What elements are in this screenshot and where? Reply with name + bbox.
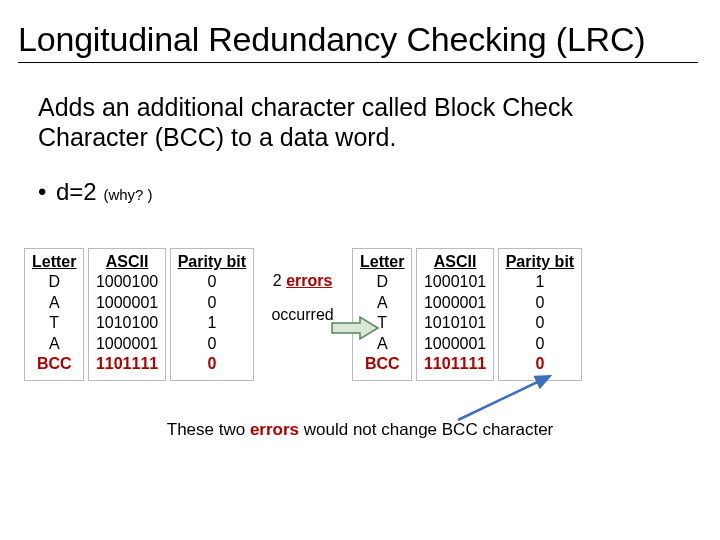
description-text: Adds an additional character called Bloc…: [38, 92, 678, 152]
col-header: ASCII: [96, 252, 158, 272]
footer-pre: These two: [167, 420, 250, 439]
col-header: ASCII: [424, 252, 486, 272]
table-cell: 1000001: [96, 334, 158, 354]
errors-count: 2 errors: [258, 272, 348, 290]
bullet-d-equals-2: •d=2 (why? ): [38, 178, 153, 207]
table-cell: 1000001: [96, 293, 158, 313]
table-cell: D: [360, 272, 404, 292]
left-table: Letter D A T A BCC ASCII 1000100 1000001…: [24, 248, 253, 381]
bcc-cell: 1101111: [96, 354, 158, 374]
table-cell: T: [32, 313, 76, 333]
table-cell: A: [360, 293, 404, 313]
bullet-dot: •: [38, 178, 56, 207]
table-cell: 1000101: [424, 272, 486, 292]
table-cell: 1010101: [424, 313, 486, 333]
left-col-ascii: ASCII 1000100 1000001 1010100 1000001 11…: [88, 248, 166, 381]
table-cell: 0: [178, 293, 246, 313]
table-cell: 1: [506, 272, 574, 292]
table-cell: A: [32, 293, 76, 313]
table-cell: T: [360, 313, 404, 333]
errors-word: errors: [286, 272, 332, 289]
footer-errors-word: errors: [250, 420, 299, 439]
table-cell: 1000001: [424, 334, 486, 354]
bcc-cell: 1101111: [424, 354, 486, 374]
tables-row: Letter D A T A BCC ASCII 1000100 1000001…: [24, 248, 704, 381]
right-col-letter: Letter D A T A BCC: [352, 248, 412, 381]
col-header: Parity bit: [506, 252, 574, 272]
footer-post: would not change BCC character: [299, 420, 553, 439]
right-col-parity: Parity bit 1 0 0 0 0: [498, 248, 582, 381]
title-underline: [18, 62, 698, 63]
table-cell: 1000100: [96, 272, 158, 292]
between-labels: 2 errors occurred: [258, 248, 348, 324]
right-col-ascii: ASCII 1000101 1000001 1010101 1000001 11…: [416, 248, 494, 381]
svg-line-1: [458, 376, 550, 420]
table-cell: A: [360, 334, 404, 354]
table-cell: 0: [178, 334, 246, 354]
col-header: Letter: [360, 252, 404, 272]
bcc-cell: BCC: [32, 354, 76, 374]
bullet-text: d=2: [56, 178, 103, 205]
col-header: Letter: [32, 252, 76, 272]
bullet-why: (why? ): [103, 186, 152, 203]
right-table: Letter D A T A BCC ASCII 1000101 1000001…: [352, 248, 581, 381]
table-cell: 1000001: [424, 293, 486, 313]
table-cell: D: [32, 272, 76, 292]
footer-note: These two errors would not change BCC ch…: [0, 420, 720, 440]
page-title: Longitudinal Redundancy Checking (LRC): [18, 20, 645, 59]
table-cell: 1: [178, 313, 246, 333]
slide: Longitudinal Redundancy Checking (LRC) A…: [0, 0, 720, 540]
bcc-cell: BCC: [360, 354, 404, 374]
table-cell: A: [32, 334, 76, 354]
left-col-parity: Parity bit 0 0 1 0 0: [170, 248, 254, 381]
left-col-letter: Letter D A T A BCC: [24, 248, 84, 381]
col-header: Parity bit: [178, 252, 246, 272]
occurred-label: occurred: [258, 306, 348, 324]
bcc-cell: 0: [178, 354, 246, 374]
table-cell: 0: [506, 293, 574, 313]
table-cell: 1010100: [96, 313, 158, 333]
bcc-cell: 0: [506, 354, 574, 374]
table-cell: 0: [178, 272, 246, 292]
table-cell: 0: [506, 334, 574, 354]
table-cell: 0: [506, 313, 574, 333]
errors-number: 2: [273, 272, 286, 289]
